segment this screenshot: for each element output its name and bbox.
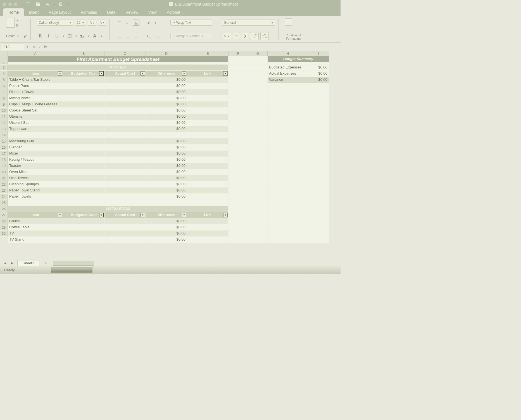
cell[interactable] — [308, 237, 329, 243]
name-box[interactable]: J13 — [2, 44, 24, 50]
cell[interactable]: $0.00 — [308, 71, 329, 77]
cell[interactable] — [63, 89, 104, 95]
cell[interactable]: $0.00 — [146, 126, 187, 132]
row-22[interactable]: 22 — [0, 181, 8, 188]
filter-dropdown[interactable] — [223, 213, 228, 217]
cell[interactable] — [248, 126, 268, 132]
cell[interactable] — [229, 224, 248, 231]
cell[interactable] — [268, 126, 308, 132]
cell[interactable] — [104, 126, 146, 132]
cell[interactable] — [187, 224, 229, 231]
cell[interactable] — [268, 237, 308, 243]
row-21[interactable]: 21 — [0, 175, 8, 181]
cell[interactable] — [268, 175, 308, 181]
cell[interactable] — [187, 188, 229, 194]
cell[interactable] — [104, 151, 146, 157]
cell[interactable]: Difference — [146, 212, 187, 218]
cell[interactable] — [8, 200, 63, 206]
percent-button[interactable]: % — [233, 33, 240, 39]
cell[interactable] — [63, 108, 104, 114]
cell[interactable] — [248, 175, 268, 181]
cell[interactable] — [63, 175, 104, 181]
minimize-icon[interactable] — [8, 3, 12, 6]
cell[interactable] — [308, 212, 329, 218]
indent-button[interactable] — [154, 33, 161, 39]
cell[interactable] — [268, 108, 308, 114]
row-16[interactable]: 16 — [0, 144, 8, 151]
orientation-button[interactable] — [146, 20, 152, 26]
cell[interactable] — [308, 144, 329, 151]
cell[interactable]: Utensils — [8, 114, 63, 120]
filter-dropdown[interactable] — [141, 71, 145, 76]
align-left-button[interactable] — [116, 33, 123, 39]
cell[interactable]: Budget Summary — [268, 56, 329, 62]
cell[interactable] — [229, 101, 248, 108]
cell[interactable] — [63, 163, 104, 169]
cell[interactable]: Link — [187, 212, 229, 218]
cell[interactable]: Variance — [268, 77, 308, 83]
filter-dropdown[interactable] — [182, 213, 186, 217]
cell[interactable] — [229, 83, 248, 89]
cell[interactable] — [308, 175, 329, 181]
italic-button[interactable]: I — [45, 33, 52, 39]
cell[interactable] — [268, 163, 308, 169]
cell[interactable]: $0.00 — [146, 175, 187, 181]
cell[interactable] — [63, 231, 104, 237]
cell[interactable] — [187, 138, 229, 144]
redo-icon[interactable] — [57, 1, 64, 8]
cell[interactable] — [187, 108, 229, 114]
cell[interactable] — [308, 169, 329, 175]
cell[interactable] — [268, 144, 308, 151]
cell[interactable] — [248, 120, 268, 126]
cell[interactable]: First Apartment Budget Spreadsheet — [8, 56, 229, 62]
align-middle-button[interactable] — [124, 20, 131, 26]
cell[interactable] — [63, 218, 104, 224]
sheet-tab[interactable]: Sheet1 — [17, 260, 39, 266]
cell[interactable] — [8, 132, 63, 138]
row-11[interactable]: 11 — [0, 114, 8, 120]
cell[interactable] — [63, 114, 104, 120]
cell[interactable] — [104, 95, 146, 101]
cell[interactable] — [104, 169, 146, 175]
filter-dropdown[interactable] — [99, 71, 104, 76]
row-7[interactable]: 7 — [0, 89, 8, 95]
paste-dropdown[interactable]: ▾ — [17, 34, 19, 38]
cell[interactable]: TV — [8, 231, 63, 237]
cell[interactable]: Tupperware — [8, 126, 63, 132]
cell[interactable] — [187, 114, 229, 120]
cell[interactable]: $0.00 — [146, 108, 187, 114]
cell[interactable] — [63, 95, 104, 101]
cell[interactable]: Item — [8, 212, 63, 218]
cell[interactable] — [229, 157, 248, 163]
cell[interactable] — [229, 169, 248, 175]
cell[interactable] — [268, 206, 308, 212]
cell[interactable]: LIVING ROOM — [8, 206, 229, 212]
sidebar-icon[interactable] — [25, 1, 31, 8]
cell[interactable]: $0.00 — [308, 77, 329, 83]
cell[interactable] — [268, 224, 308, 231]
cell[interactable] — [268, 194, 308, 200]
cell[interactable] — [187, 175, 229, 181]
cell[interactable] — [268, 89, 308, 95]
cell[interactable] — [268, 169, 308, 175]
cell[interactable] — [248, 144, 268, 151]
cell[interactable] — [248, 89, 268, 95]
cell[interactable] — [63, 83, 104, 89]
cell[interactable] — [104, 224, 146, 231]
cell[interactable] — [268, 114, 308, 120]
cell[interactable] — [187, 151, 229, 157]
currency-button[interactable]: $▾ — [222, 33, 232, 39]
cell[interactable] — [308, 83, 329, 89]
col-F[interactable]: F — [229, 51, 248, 56]
cell[interactable] — [308, 138, 329, 144]
fill-dd[interactable]: ▾ — [88, 34, 90, 38]
cell[interactable]: TV Stand — [8, 237, 63, 243]
cell[interactable]: Measuring Cup — [8, 138, 63, 144]
cell[interactable] — [63, 138, 104, 144]
cell[interactable] — [187, 231, 229, 237]
cell[interactable] — [308, 151, 329, 157]
fx-icon[interactable]: fx — [44, 44, 47, 49]
cell[interactable]: Table + Chairs/Bar Stools — [8, 77, 63, 83]
select-all-corner[interactable] — [0, 51, 8, 56]
col-E[interactable]: E — [187, 51, 229, 56]
